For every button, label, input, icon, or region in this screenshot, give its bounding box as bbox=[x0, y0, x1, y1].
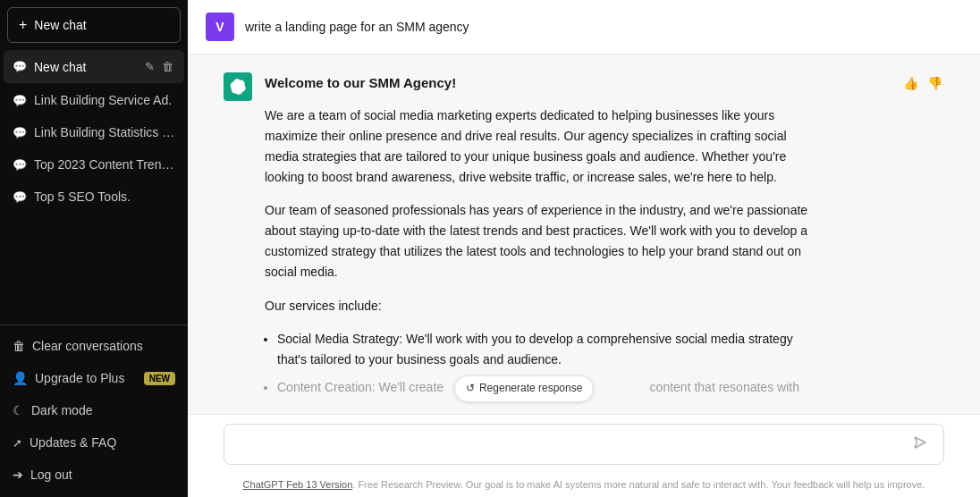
sidebar-item-label: Link Building Service Ad. bbox=[34, 93, 172, 107]
gpt-avatar bbox=[224, 72, 252, 101]
upgrade-to-plus-button[interactable]: 👤 Upgrade to Plus NEW bbox=[4, 363, 184, 393]
services-intro: Our services include: bbox=[265, 296, 819, 316]
chat-icon: 💬 bbox=[13, 158, 27, 172]
assistant-message-content: Welcome to our SMM Agency! We are a team… bbox=[265, 72, 819, 408]
sidebar-item-content-trends[interactable]: 💬 Top 2023 Content Trends. bbox=[4, 149, 184, 180]
active-chat-label: New chat bbox=[34, 60, 86, 74]
sidebar: + New chat 💬 New chat ✎ 🗑 💬 Link Buildin… bbox=[0, 0, 188, 497]
new-chat-top-button[interactable]: + New chat bbox=[7, 7, 181, 43]
regenerate-icon: ↺ bbox=[466, 380, 475, 398]
regenerate-tooltip[interactable]: ↺ Regenerate response bbox=[454, 375, 594, 402]
response-paragraph2: Our team of seasoned professionals has y… bbox=[265, 200, 819, 282]
active-chat-icon-label: 💬 New chat bbox=[13, 60, 143, 74]
footer-note: ChatGPT Feb 13 Version. Free Research Pr… bbox=[188, 474, 980, 497]
sidebar-item-label: Link Building Statistics 2023 bbox=[34, 125, 175, 139]
active-chat-actions: ✎ 🗑 bbox=[143, 58, 175, 75]
sidebar-item-link-building-ad[interactable]: 💬 Link Building Service Ad. bbox=[4, 85, 184, 115]
plus-icon: + bbox=[19, 17, 27, 33]
sidebar-item-active[interactable]: 💬 New chat ✎ 🗑 bbox=[4, 50, 184, 83]
regenerate-label: Regenerate response bbox=[479, 380, 582, 398]
service-item-2: Content Creation: We'll create ↺ Regener… bbox=[277, 375, 819, 402]
log-out-button[interactable]: ➔ Log out bbox=[4, 459, 184, 490]
dark-mode-label: Dark mode bbox=[31, 403, 92, 417]
header-prompt: write a landing page for an SMM agency bbox=[245, 20, 469, 34]
edit-icon[interactable]: ✎ bbox=[143, 58, 156, 75]
upgrade-to-plus-label: Upgrade to Plus bbox=[35, 371, 124, 385]
message-actions: 👍 👎 bbox=[901, 72, 944, 92]
avatar-letter: V bbox=[215, 20, 224, 34]
dark-mode-button[interactable]: ☾ Dark mode bbox=[4, 395, 184, 425]
chat-icon: 💬 bbox=[13, 94, 27, 107]
thumbs-up-button[interactable]: 👍 bbox=[901, 74, 920, 92]
chat-header: V write a landing page for an SMM agency bbox=[188, 0, 980, 55]
new-badge: NEW bbox=[144, 372, 175, 385]
updates-faq-button[interactable]: ➚ Updates & FAQ bbox=[4, 427, 184, 458]
external-link-icon: ➚ bbox=[13, 436, 22, 450]
new-chat-top-label: New chat bbox=[34, 18, 86, 32]
footer-text: . Free Research Preview. Our goal is to … bbox=[352, 479, 925, 490]
chat-icon: 💬 bbox=[13, 190, 27, 204]
logout-icon: ➔ bbox=[13, 468, 23, 482]
sidebar-item-label: Top 2023 Content Trends. bbox=[34, 157, 175, 172]
log-out-label: Log out bbox=[30, 468, 72, 482]
response-paragraph1: We are a team of social media marketing … bbox=[265, 105, 819, 188]
sidebar-item-label: Top 5 SEO Tools. bbox=[34, 190, 131, 204]
chat-input[interactable] bbox=[237, 434, 902, 454]
chat-bubble-icon: 💬 bbox=[13, 60, 27, 73]
sidebar-item-seo-tools[interactable]: 💬 Top 5 SEO Tools. bbox=[4, 181, 184, 212]
response-title: Welcome to our SMM Agency! bbox=[265, 72, 819, 95]
services-list: Social Media Strategy: We'll work with y… bbox=[265, 329, 819, 402]
updates-faq-label: Updates & FAQ bbox=[30, 435, 116, 450]
footer-link[interactable]: ChatGPT Feb 13 Version bbox=[243, 479, 353, 490]
clear-conversations-button[interactable]: 🗑 Clear conversations bbox=[4, 331, 184, 361]
trash-icon: 🗑 bbox=[13, 339, 25, 353]
chat-input-wrapper bbox=[224, 424, 944, 465]
sidebar-item-link-building-stats[interactable]: 💬 Link Building Statistics 2023 bbox=[4, 117, 184, 147]
chat-input-area bbox=[188, 414, 980, 474]
thumbs-down-button[interactable]: 👎 bbox=[925, 74, 944, 92]
avatar: V bbox=[206, 13, 234, 41]
user-icon: 👤 bbox=[13, 371, 28, 385]
delete-icon[interactable]: 🗑 bbox=[160, 58, 175, 75]
send-button[interactable] bbox=[909, 434, 931, 455]
chat-icon: 💬 bbox=[13, 126, 27, 139]
moon-icon: ☾ bbox=[13, 403, 24, 417]
main-panel: V write a landing page for an SMM agency… bbox=[188, 0, 980, 497]
sidebar-chat-list: 💬 New chat ✎ 🗑 💬 Link Building Service A… bbox=[0, 50, 188, 324]
chat-messages: Welcome to our SMM Agency! We are a team… bbox=[188, 55, 980, 414]
sidebar-bottom: 🗑 Clear conversations 👤 Upgrade to Plus … bbox=[0, 324, 188, 497]
service-item-1: Social Media Strategy: We'll work with y… bbox=[277, 329, 819, 370]
assistant-message-row: Welcome to our SMM Agency! We are a team… bbox=[188, 55, 980, 414]
clear-conversations-label: Clear conversations bbox=[32, 339, 143, 353]
